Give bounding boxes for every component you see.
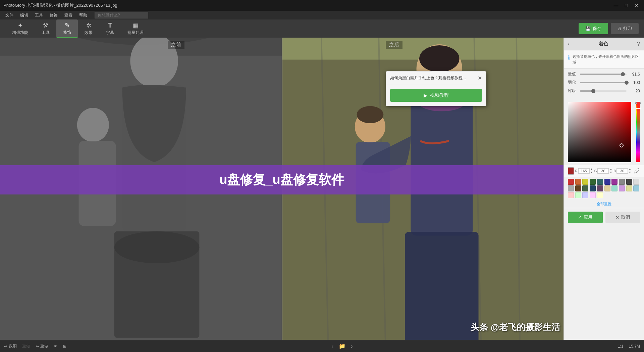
batch-btn[interactable]: ▦ 批量处理	[121, 20, 150, 38]
tools-btn[interactable]: ⚒ 工具	[35, 20, 56, 38]
b-up-arrow[interactable]: ▲	[629, 168, 631, 171]
swatch-22[interactable]	[582, 192, 588, 198]
swatch-19[interactable]	[633, 185, 639, 191]
darkness-track	[580, 90, 627, 92]
text-btn[interactable]: T 字幕	[99, 19, 121, 38]
effects-btn[interactable]: ✲ 效果	[78, 20, 99, 38]
menu-edit[interactable]: 编辑	[17, 12, 31, 19]
swatch-3[interactable]	[590, 179, 596, 185]
swatch-10[interactable]	[568, 185, 574, 191]
darkness-slider-row: 容暗 29	[568, 88, 640, 94]
swatch-18[interactable]	[626, 185, 632, 191]
full-reset-label: 全部重置	[597, 202, 611, 206]
swatch-24[interactable]	[597, 192, 603, 198]
g-channel-label: G	[594, 169, 597, 173]
r-down-arrow[interactable]: ▼	[590, 171, 593, 174]
menu-retouch[interactable]: 修饰	[47, 12, 60, 19]
feather-track	[580, 82, 627, 83]
canvas-area[interactable]: 之前 之后	[0, 38, 564, 340]
panel-nav-back[interactable]: ‹	[568, 40, 570, 47]
swatch-0[interactable]	[568, 179, 574, 185]
r-arrows[interactable]: ▲ ▼	[590, 168, 593, 174]
window-controls: — □ ✕	[612, 2, 641, 9]
search-input[interactable]	[95, 12, 148, 18]
compare-icon: ⊞	[63, 344, 66, 349]
play-icon: ▶	[424, 93, 427, 98]
svg-point-20	[357, 106, 384, 123]
full-reset-row: 全部重置	[564, 200, 644, 208]
batch-icon: ▦	[133, 22, 139, 29]
swatch-13[interactable]	[590, 185, 596, 191]
retouch-label: 修饰	[63, 30, 71, 35]
r-up-arrow[interactable]: ▲	[590, 168, 593, 171]
menubar: 文件 编辑 工具 修饰 查看 帮助	[0, 11, 644, 19]
zoom-info: 1:1	[618, 344, 624, 349]
swatch-8[interactable]	[626, 179, 632, 185]
swatch-11[interactable]	[575, 185, 581, 191]
alpha-bar[interactable]	[637, 102, 640, 162]
menu-view[interactable]: 查看	[62, 12, 75, 19]
apply-button[interactable]: ✓ 应用	[568, 212, 603, 223]
color-picker-area[interactable]	[568, 102, 640, 162]
quantity-thumb[interactable]	[621, 72, 625, 76]
swatch-21[interactable]	[575, 192, 581, 198]
next-image-button[interactable]: ›	[348, 343, 355, 350]
retouch-btn[interactable]: ✎ 修饰	[56, 19, 78, 38]
feather-label: 羽化	[568, 80, 577, 85]
swatch-17[interactable]	[619, 185, 625, 191]
swatch-15[interactable]	[604, 185, 610, 191]
minimize-button[interactable]: —	[612, 2, 621, 9]
swatch-6[interactable]	[611, 179, 618, 185]
swatch-12[interactable]	[582, 185, 588, 191]
menu-file[interactable]: 文件	[3, 12, 16, 19]
feather-thumb[interactable]	[625, 81, 629, 85]
swatch-9[interactable]	[633, 179, 639, 185]
maximize-button[interactable]: □	[623, 2, 630, 9]
eyedropper-icon[interactable]: 🖊	[634, 168, 640, 175]
statusbar: ↩ 数消 重做 ↪ 重做 👁 ⊞ ‹ 📁 › 1:1 15.7M	[0, 340, 644, 352]
swatch-14[interactable]	[597, 185, 603, 191]
effects-icon: ✲	[86, 22, 91, 29]
swatch-2[interactable]	[582, 179, 588, 185]
folder-button[interactable]: 📁	[339, 343, 345, 349]
enhance-btn[interactable]: ✦ 增强功能	[5, 20, 35, 38]
color-swatch[interactable]	[568, 167, 574, 175]
menu-help[interactable]: 帮助	[76, 12, 90, 19]
full-reset-button[interactable]: 全部重置	[597, 202, 611, 207]
menu-tools[interactable]: 工具	[32, 12, 46, 19]
g-value-input[interactable]	[597, 168, 609, 174]
compare-button[interactable]: ⊞	[63, 344, 66, 349]
swatch-7[interactable]	[619, 179, 625, 185]
swatch-20[interactable]	[568, 192, 574, 198]
darkness-thumb[interactable]	[591, 89, 595, 93]
undo-button[interactable]: ↩ 数消	[4, 343, 17, 349]
g-up-arrow[interactable]: ▲	[609, 168, 612, 171]
darkness-value: 29	[629, 89, 640, 93]
print-button[interactable]: 🖨 打印	[611, 23, 639, 34]
b-arrows[interactable]: ▲ ▼	[629, 168, 631, 174]
video-tutorial-button[interactable]: ▶ 视频教程	[390, 89, 482, 102]
g-arrows[interactable]: ▲ ▼	[609, 168, 612, 174]
swatch-1[interactable]	[575, 179, 581, 185]
swatch-16[interactable]	[611, 185, 618, 191]
color-gradient[interactable]	[568, 102, 631, 162]
close-button[interactable]: ✕	[633, 2, 641, 9]
r-value-input[interactable]	[578, 168, 590, 174]
popup-header: 如何为黑白照片手动上色？观看视频教程... ✕	[386, 72, 486, 85]
b-value-input[interactable]	[616, 168, 628, 174]
prev-image-button[interactable]: ‹	[329, 343, 336, 350]
popup-close-button[interactable]: ✕	[478, 75, 482, 81]
swatch-5[interactable]	[604, 179, 610, 185]
redo-button[interactable]: ↪ 重做	[36, 343, 48, 349]
status-left: ↩ 数消 重做 ↪ 重做 👁 ⊞	[4, 343, 66, 349]
effects-label: 效果	[85, 30, 93, 36]
swatch-4[interactable]	[597, 179, 603, 185]
save-button[interactable]: 💾 保存	[579, 23, 608, 34]
cancel-button[interactable]: ✕ 取消	[605, 212, 640, 223]
g-down-arrow[interactable]: ▼	[609, 171, 612, 174]
info-icon: ℹ	[568, 54, 570, 61]
swatch-23[interactable]	[590, 192, 596, 198]
b-down-arrow[interactable]: ▼	[629, 171, 631, 174]
view-button[interactable]: 👁	[54, 344, 58, 349]
panel-help[interactable]: ?	[637, 41, 640, 47]
